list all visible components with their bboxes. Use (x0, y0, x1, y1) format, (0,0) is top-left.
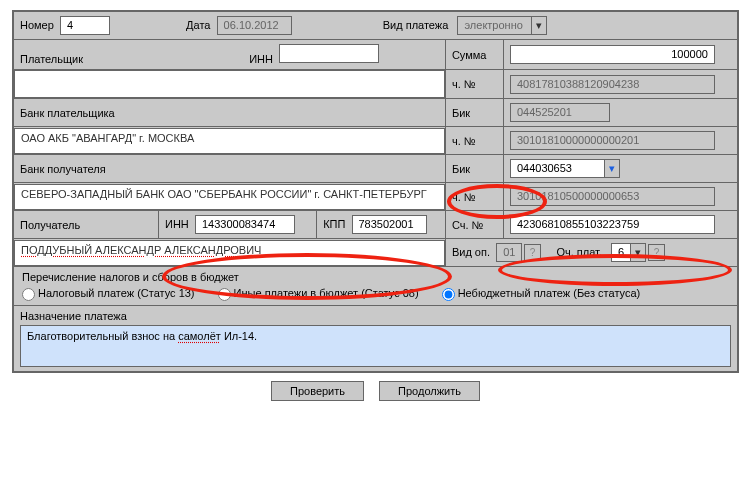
tax-radio-08-label: Иные платежи в бюджет (Статус 08) (234, 287, 419, 299)
payer-inn-label: ИНН (249, 53, 273, 65)
payee-bank-acc-label: ч. № (452, 191, 476, 203)
ptype-label: Вид платежа (383, 19, 449, 31)
vidop-label: Вид оп. (452, 246, 490, 258)
purpose-text-post: Ил-14. (221, 330, 257, 342)
payer-bank-label: Банк плательщика (20, 107, 115, 119)
chevron-down-icon: ▾ (532, 16, 547, 35)
payee-bank-acc-input[interactable]: 30101810500000000653 (510, 187, 715, 206)
number-input[interactable]: 4 (60, 16, 110, 35)
help-icon[interactable]: ? (524, 244, 541, 261)
payee-bank-label: Банк получателя (20, 163, 106, 175)
payee-acc-input[interactable]: 42306810855103223759 (510, 215, 715, 234)
payee-acc-label: Сч. № (452, 219, 483, 231)
ptype-select[interactable]: электронно ▾ (457, 16, 547, 35)
payee-bik-label: Бик (452, 163, 470, 175)
payee-inn-input[interactable]: 143300083474 (195, 215, 295, 234)
payee-bik-select[interactable]: 044030653 ▾ (510, 159, 620, 178)
payee-inn-label: ИНН (165, 218, 189, 230)
payer-acc-label: ч. № (452, 78, 476, 90)
purpose-text-mark: самолёт (178, 330, 221, 342)
purpose-textarea[interactable]: Благотворительный взнос на самолёт Ил-14… (20, 325, 731, 367)
number-label: Номер (20, 19, 54, 31)
tax-radio-none-label: Небюджетный платеж (Без статуса) (458, 287, 641, 299)
payer-label: Плательщик (20, 53, 83, 65)
payee-label: Получатель (20, 219, 80, 231)
sum-label: Сумма (452, 49, 487, 61)
payee-name-textarea[interactable]: ПОДДУБНЫЙ АЛЕКСАНДР АЛЕКСАНДРОВИЧ (14, 240, 445, 266)
payee-bank-name: СЕВЕРО-ЗАПАДНЫЙ БАНК ОАО "СБЕРБАНК РОССИ… (14, 184, 445, 210)
och-value: 6 (611, 243, 631, 262)
tax-radio-13[interactable]: Налоговый платеж (Статус 13) (22, 287, 195, 299)
vidop-input[interactable]: 01 (496, 243, 522, 262)
tax-radio-08[interactable]: Иные платежи в бюджет (Статус 08) (218, 287, 419, 299)
payer-bank-acc-label: ч. № (452, 135, 476, 147)
help-icon[interactable]: ? (648, 244, 665, 261)
tax-header: Перечисление налогов и сборов в бюджет (22, 271, 729, 283)
sum-input[interactable]: 100000 (510, 45, 715, 64)
och-select[interactable]: 6 ▾ (611, 243, 646, 262)
och-label: Оч. плат. (556, 246, 602, 258)
payer-inn-input[interactable] (279, 44, 379, 63)
purpose-label: Назначение платежа (20, 310, 731, 322)
payer-bank-name: ОАО АКБ "АВАНГАРД" г. МОСКВА (14, 128, 445, 154)
tax-radio-none[interactable]: Небюджетный платеж (Без статуса) (442, 287, 641, 299)
purpose-text-pre: Благотворительный взнос на (27, 330, 178, 342)
continue-button[interactable]: Продолжить (379, 381, 480, 401)
ptype-value: электронно (457, 16, 532, 35)
payee-name-text: ПОДДУБНЫЙ АЛЕКСАНДР АЛЕКСАНДРОВИЧ (21, 244, 261, 256)
payer-acc-input[interactable]: 40817810388120904238 (510, 75, 715, 94)
payer-name-textarea[interactable] (14, 70, 445, 98)
tax-radio-13-label: Налоговый платеж (Статус 13) (38, 287, 195, 299)
chevron-down-icon: ▾ (631, 243, 646, 262)
payee-kpp-label: КПП (323, 218, 345, 230)
date-label: Дата (186, 19, 210, 31)
check-button[interactable]: Проверить (271, 381, 364, 401)
payer-bik-label: Бик (452, 107, 470, 119)
chevron-down-icon: ▾ (605, 159, 620, 178)
payee-kpp-input[interactable]: 783502001 (352, 215, 427, 234)
date-input[interactable]: 06.10.2012 (217, 16, 292, 35)
payee-bik-input[interactable]: 044030653 (510, 159, 605, 178)
payer-bank-acc-input[interactable]: 30101810000000000201 (510, 131, 715, 150)
payer-bik-input[interactable]: 044525201 (510, 103, 610, 122)
